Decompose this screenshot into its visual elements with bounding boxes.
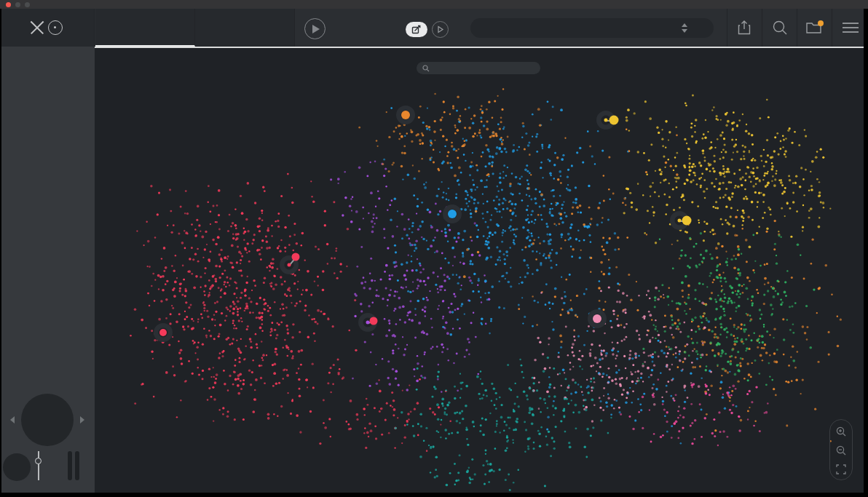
sample-space-panel: [95, 47, 864, 493]
xo-logo: [1, 9, 95, 47]
browser-button[interactable]: [805, 18, 824, 37]
play-button[interactable]: [304, 18, 326, 39]
marker-anchor-dot: [604, 119, 608, 122]
zoom-window-button[interactable]: [25, 2, 30, 7]
selected-sample-dot[interactable]: [159, 329, 167, 336]
selected-sample-dot[interactable]: [682, 216, 692, 226]
export-button[interactable]: [735, 18, 754, 37]
free-run-button[interactable]: [432, 21, 449, 38]
selected-sample-dot[interactable]: [292, 253, 300, 261]
notification-dot: [818, 20, 824, 26]
tempo-edit-icon: [411, 25, 422, 34]
preset-up-icon[interactable]: [682, 23, 687, 27]
marker-anchor-dot: [288, 263, 291, 267]
selected-sample-dot[interactable]: [448, 210, 457, 218]
logo-circle-icon: [48, 20, 63, 35]
zoom-in-icon: [836, 426, 847, 437]
level-meter-right: [75, 451, 79, 480]
selected-sample-dot[interactable]: [401, 111, 410, 119]
share-icon: [737, 20, 751, 36]
header: [1, 9, 864, 47]
plugin-window: [1, 9, 864, 493]
zoom-out-button[interactable]: [835, 444, 848, 457]
preset-down-icon[interactable]: [682, 29, 687, 33]
titlebar: [0, 0, 868, 9]
selected-sample-dot[interactable]: [609, 116, 619, 125]
menu-button[interactable]: [841, 18, 860, 37]
search-icon: [772, 20, 788, 36]
search-icon: [422, 65, 430, 72]
hamburger-icon: [843, 22, 859, 33]
minimize-window-button[interactable]: [15, 2, 20, 7]
play-outline-icon: [436, 25, 444, 33]
out-button[interactable]: [3, 453, 31, 481]
fullscreen-button[interactable]: [835, 463, 848, 476]
play-icon: [312, 25, 320, 33]
zoom-controls: [829, 419, 853, 480]
folder-icon: [805, 20, 824, 36]
fullscreen-icon: [836, 464, 846, 474]
zoom-out-icon: [836, 445, 847, 456]
search-input[interactable]: [433, 64, 527, 73]
selected-sample-dot[interactable]: [593, 314, 601, 323]
minimap-next-arrow[interactable]: [80, 416, 84, 424]
sample-space[interactable]: [95, 48, 864, 493]
space-search[interactable]: [417, 62, 540, 74]
search-button[interactable]: [770, 18, 789, 37]
tab-edit[interactable]: [195, 9, 295, 47]
level-meter-left: [68, 451, 72, 480]
marker-anchor-dot: [678, 219, 682, 223]
minimap[interactable]: [21, 394, 74, 446]
out-fader-track[interactable]: [38, 451, 39, 480]
out-fader-knob[interactable]: [35, 458, 42, 464]
logo-x-icon: [30, 20, 44, 35]
close-window-button[interactable]: [6, 2, 11, 7]
tab-space[interactable]: [95, 9, 195, 47]
host-sync-toggle[interactable]: [406, 22, 427, 37]
minimap-prev-arrow[interactable]: [10, 416, 15, 424]
selected-sample-dot[interactable]: [370, 317, 378, 325]
preset-selector[interactable]: [470, 18, 714, 38]
preset-stepper[interactable]: [682, 23, 687, 33]
zoom-in-button[interactable]: [835, 425, 848, 438]
mixer-sidebar: [1, 47, 95, 493]
